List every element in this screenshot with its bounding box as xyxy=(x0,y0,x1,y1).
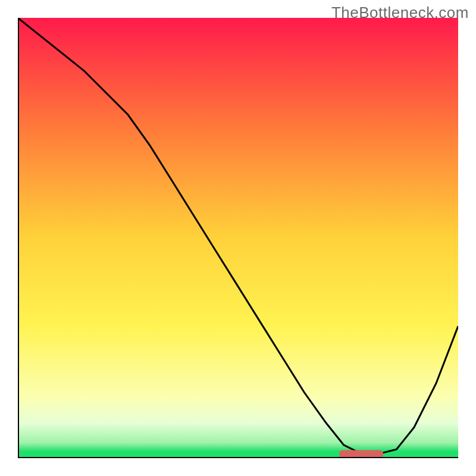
gradient-background xyxy=(18,18,458,458)
chart-svg xyxy=(18,18,458,458)
chart-container: TheBottleneck.com xyxy=(0,0,476,476)
optimal-range-marker xyxy=(339,450,383,458)
watermark-text: TheBottleneck.com xyxy=(331,4,469,22)
plot-area xyxy=(18,18,458,458)
